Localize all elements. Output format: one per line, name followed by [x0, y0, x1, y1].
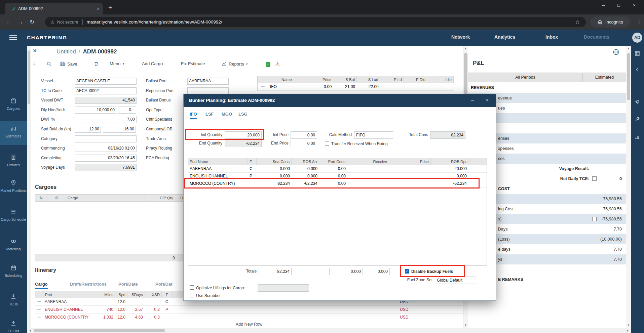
scroll-right-icon[interactable]: ►: [627, 329, 629, 332]
field-input[interactable]: AECA-I0002: [75, 87, 137, 94]
back-icon[interactable]: ←: [3, 19, 15, 26]
nav-analytics[interactable]: Analytics: [494, 34, 515, 40]
add-button[interactable]: +: [32, 61, 36, 67]
bunker-port-row[interactable]: AABENRAA C 0.000 0.000 0.00 20.000: [188, 165, 487, 173]
fuel-tab-lsg[interactable]: LSG: [238, 112, 248, 118]
warning-triangle-icon[interactable]: ⚠: [275, 61, 280, 68]
modal-minimize-icon[interactable]: ─: [469, 97, 476, 103]
pnl-vertical-scrollbar[interactable]: ▲ ▼: [626, 46, 631, 328]
field-input[interactable]: 7.6981: [75, 164, 137, 171]
not-secure-warning-icon[interactable]: ⚠: [50, 19, 54, 25]
pnl-checkbox[interactable]: [592, 217, 597, 221]
init-price-input[interactable]: 0.00: [291, 131, 317, 139]
scrollbar-thumb[interactable]: [34, 329, 165, 332]
add-new-row-button[interactable]: Add New Row: [35, 322, 463, 327]
itinerary-port-row[interactable]: ••• ENGLISH CHANNEL 740 12.0 2.57 0.2 P …: [35, 306, 463, 314]
field-input[interactable]: [75, 135, 137, 142]
bunker-summary-row[interactable]: ••• IFO 0.00 21.00 22.00: [258, 83, 454, 91]
pnl-checkbox[interactable]: [592, 176, 597, 181]
fuel-tab-lsf[interactable]: LSF: [205, 112, 214, 118]
itinerary-tab-draft-restrictions[interactable]: Draft/Restrictions: [70, 282, 107, 288]
fuel-tab-mgo[interactable]: MGO: [222, 112, 232, 118]
avatar[interactable]: AD: [632, 33, 642, 43]
end-price-input[interactable]: 0.00: [291, 140, 317, 147]
form-scrollbar[interactable]: [27, 46, 31, 328]
field-input[interactable]: 10,000.00: [75, 107, 116, 114]
breadcrumb-untitled[interactable]: Untitled: [56, 48, 76, 55]
field-input[interactable]: 03/16/20 01:00: [75, 145, 137, 152]
row-dots-icon[interactable]: •••: [258, 83, 268, 90]
expand-panel-icon[interactable]: »: [33, 46, 37, 54]
sidebar-item-estimates[interactable]: Estimates: [0, 121, 27, 145]
field-input[interactable]: 41,540: [75, 97, 137, 104]
wrench-icon[interactable]: [634, 116, 640, 122]
itinerary-port-row[interactable]: ••• MOROCCO (COUNTRY 1,332 12.0 4.63 0.3…: [35, 314, 463, 321]
sidebar-item-scheduling[interactable]: Scheduling: [0, 262, 27, 278]
search-button[interactable]: [46, 61, 52, 67]
row-dots-icon[interactable]: •••: [35, 298, 43, 305]
scroll-up-icon[interactable]: ▲: [626, 47, 631, 50]
fuel-tab-ifo[interactable]: IFO: [190, 112, 197, 119]
fix-estimate-button[interactable]: Fix Estimate: [181, 61, 205, 66]
nav-network[interactable]: Network: [451, 34, 470, 40]
scroll-down-icon[interactable]: ▼: [626, 324, 631, 327]
add-cargo-button[interactable]: Add Cargo: [142, 61, 163, 66]
calc-method-select[interactable]: FIFO: [354, 131, 393, 139]
itinerary-tab-cargo[interactable]: Cargo: [35, 282, 48, 289]
field-input[interactable]: [187, 87, 229, 94]
sidebar-item-fixtures[interactable]: Fixtures: [0, 152, 27, 167]
gear-icon[interactable]: [634, 99, 640, 105]
modal-title-bar[interactable]: Bunker Planning: Estimate ADM-000992 ─ ×: [184, 94, 496, 107]
field-input-2[interactable]: 0...: [118, 107, 136, 114]
horizontal-scrollbar[interactable]: ◄ ►: [27, 328, 631, 333]
window-minimize-icon[interactable]: ─: [596, 0, 611, 11]
grid-table-icon[interactable]: [634, 50, 640, 56]
reports-button[interactable]: Reports ▾: [221, 61, 248, 67]
save-button[interactable]: Save: [60, 61, 77, 67]
pnl-period-estimated[interactable]: Estimated: [583, 73, 626, 82]
scroll-down-icon[interactable]: ▼: [463, 324, 468, 327]
forward-icon[interactable]: →: [15, 19, 26, 26]
browser-menu-dots-icon[interactable]: ⋮: [637, 18, 642, 25]
field-input[interactable]: 03/23/20 16:45: [75, 155, 137, 162]
nav-inbox[interactable]: Inbox: [545, 34, 558, 40]
new-tab-button[interactable]: +: [108, 4, 112, 11]
window-close-icon[interactable]: ×: [627, 0, 642, 11]
itinerary-tab-port-date[interactable]: Port/Date: [118, 282, 138, 288]
field-input[interactable]: 12.00: [75, 126, 101, 133]
nav-documents[interactable]: Documents: [584, 34, 609, 40]
field-input[interactable]: AEGEAN CASTLE: [75, 78, 137, 85]
field-input-2[interactable]: 16.00: [103, 126, 136, 133]
row-dots-icon[interactable]: •••: [35, 314, 43, 321]
optimize-liftings-checkbox[interactable]: [190, 285, 194, 290]
scroll-left-icon[interactable]: ◄: [29, 329, 31, 332]
url-input[interactable]: ⚠ Not secure master.tyche.veslink.com/#c…: [45, 17, 586, 27]
row-dots-icon[interactable]: •••: [35, 306, 43, 313]
globe-icon[interactable]: [612, 48, 620, 56]
sidebar-item-matching[interactable]: Matching: [0, 236, 27, 251]
pnl-period-all-periods[interactable]: All Periods: [468, 73, 583, 82]
window-maximize-icon[interactable]: □: [611, 0, 627, 11]
bar-chart-icon[interactable]: [634, 134, 640, 140]
itinerary-tab-port-dat[interactable]: Port/Dat: [155, 282, 173, 288]
modal-close-icon[interactable]: ×: [484, 97, 491, 103]
fuel-zone-set-select[interactable]: Global Default: [435, 277, 476, 284]
reload-icon[interactable]: ↻: [26, 18, 38, 26]
browser-tab[interactable]: ADM-000992 ×: [5, 3, 103, 14]
sidebar-item-tc-out[interactable]: TC Out: [0, 318, 27, 333]
bookmark-star-icon[interactable]: ☆: [575, 19, 580, 25]
sidebar-item-cargoes[interactable]: Cargoes: [0, 95, 27, 111]
menu-button[interactable]: Menu ▾: [110, 61, 124, 66]
field-input[interactable]: AABENRAA: [187, 78, 229, 85]
scrollbar-thumb[interactable]: [627, 53, 630, 100]
field-input[interactable]: 7.00: [75, 116, 137, 123]
optimize-cargo-input[interactable]: [258, 284, 309, 292]
scroll-up-icon[interactable]: ▲: [463, 47, 468, 50]
sidebar-item-tc-in[interactable]: TC In: [0, 291, 27, 306]
collapse-chevron-left-icon[interactable]: [634, 67, 640, 73]
hamburger-menu-icon[interactable]: [9, 35, 17, 41]
tab-close-icon[interactable]: ×: [97, 6, 100, 11]
sidebar-item-cargo-schedule[interactable]: Cargo Schedule: [0, 206, 27, 221]
transfer-received-checkbox[interactable]: [325, 141, 329, 145]
use-scrubber-checkbox[interactable]: [190, 293, 194, 297]
